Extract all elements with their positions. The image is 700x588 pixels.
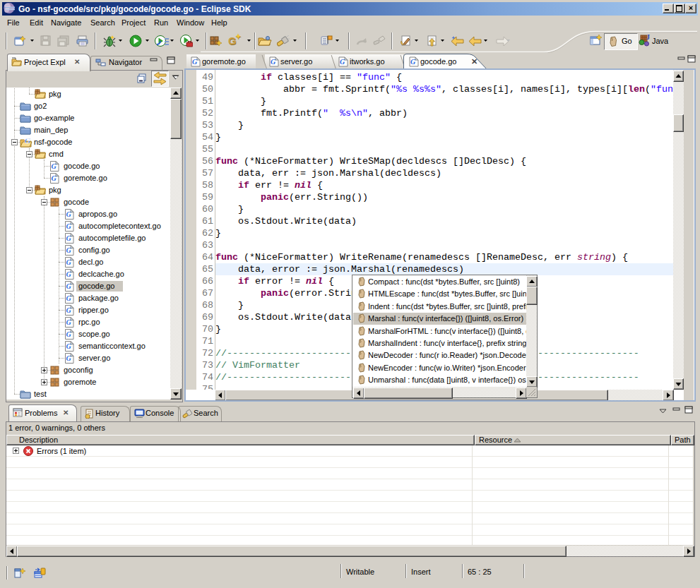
svg-text:G: G bbox=[66, 354, 72, 362]
svg-text:G: G bbox=[66, 222, 72, 230]
svg-text:G: G bbox=[52, 162, 57, 170]
svg-text:G: G bbox=[66, 234, 72, 242]
svg-text:G: G bbox=[25, 137, 30, 145]
svg-text:G: G bbox=[66, 318, 72, 326]
svg-text:G: G bbox=[66, 306, 72, 314]
svg-text:G: G bbox=[66, 258, 72, 266]
svg-text:G: G bbox=[66, 270, 72, 278]
svg-text:G: G bbox=[66, 330, 72, 338]
svg-text:G: G bbox=[66, 282, 72, 290]
svg-text:G: G bbox=[271, 58, 276, 66]
svg-text:G: G bbox=[66, 294, 72, 302]
svg-text:G: G bbox=[66, 210, 72, 218]
svg-text:J: J bbox=[646, 34, 650, 41]
svg-text:G: G bbox=[52, 174, 57, 182]
svg-text:G: G bbox=[410, 58, 416, 66]
svg-text:G: G bbox=[66, 246, 72, 254]
svg-text:G: G bbox=[66, 342, 72, 350]
svg-text:G: G bbox=[192, 58, 198, 66]
svg-text:G: G bbox=[340, 58, 345, 66]
